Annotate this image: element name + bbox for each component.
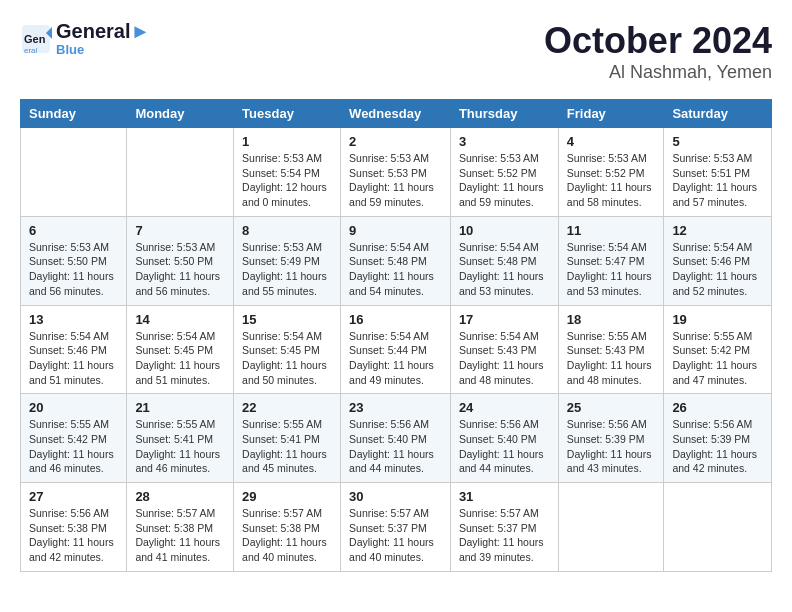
calendar-cell: 27Sunrise: 5:56 AM Sunset: 5:38 PM Dayli… bbox=[21, 483, 127, 572]
day-number: 4 bbox=[567, 134, 656, 149]
calendar-cell: 9Sunrise: 5:54 AM Sunset: 5:48 PM Daylig… bbox=[341, 216, 451, 305]
calendar-cell: 31Sunrise: 5:57 AM Sunset: 5:37 PM Dayli… bbox=[450, 483, 558, 572]
day-number: 30 bbox=[349, 489, 442, 504]
day-number: 9 bbox=[349, 223, 442, 238]
calendar-cell: 20Sunrise: 5:55 AM Sunset: 5:42 PM Dayli… bbox=[21, 394, 127, 483]
column-header-friday: Friday bbox=[558, 100, 664, 128]
calendar-cell bbox=[21, 128, 127, 217]
cell-info: Sunrise: 5:54 AM Sunset: 5:48 PM Dayligh… bbox=[349, 240, 442, 299]
logo-icon: Gen eral bbox=[20, 23, 52, 55]
calendar-header-row: SundayMondayTuesdayWednesdayThursdayFrid… bbox=[21, 100, 772, 128]
cell-info: Sunrise: 5:54 AM Sunset: 5:47 PM Dayligh… bbox=[567, 240, 656, 299]
calendar-week-row: 13Sunrise: 5:54 AM Sunset: 5:46 PM Dayli… bbox=[21, 305, 772, 394]
cell-info: Sunrise: 5:54 AM Sunset: 5:45 PM Dayligh… bbox=[242, 329, 332, 388]
day-number: 22 bbox=[242, 400, 332, 415]
calendar-week-row: 20Sunrise: 5:55 AM Sunset: 5:42 PM Dayli… bbox=[21, 394, 772, 483]
calendar-cell: 17Sunrise: 5:54 AM Sunset: 5:43 PM Dayli… bbox=[450, 305, 558, 394]
svg-text:Gen: Gen bbox=[24, 33, 46, 45]
cell-info: Sunrise: 5:54 AM Sunset: 5:43 PM Dayligh… bbox=[459, 329, 550, 388]
calendar-cell: 21Sunrise: 5:55 AM Sunset: 5:41 PM Dayli… bbox=[127, 394, 234, 483]
logo-subname: Blue bbox=[56, 42, 150, 57]
logo-name: General► bbox=[56, 20, 150, 42]
day-number: 7 bbox=[135, 223, 225, 238]
cell-info: Sunrise: 5:55 AM Sunset: 5:43 PM Dayligh… bbox=[567, 329, 656, 388]
day-number: 19 bbox=[672, 312, 763, 327]
day-number: 2 bbox=[349, 134, 442, 149]
calendar-cell bbox=[127, 128, 234, 217]
title-block: October 2024 Al Nashmah, Yemen bbox=[544, 20, 772, 83]
logo: Gen eral General► Blue bbox=[20, 20, 150, 57]
day-number: 13 bbox=[29, 312, 118, 327]
calendar-cell: 18Sunrise: 5:55 AM Sunset: 5:43 PM Dayli… bbox=[558, 305, 664, 394]
calendar-week-row: 6Sunrise: 5:53 AM Sunset: 5:50 PM Daylig… bbox=[21, 216, 772, 305]
calendar-cell: 10Sunrise: 5:54 AM Sunset: 5:48 PM Dayli… bbox=[450, 216, 558, 305]
cell-info: Sunrise: 5:53 AM Sunset: 5:54 PM Dayligh… bbox=[242, 151, 332, 210]
calendar-cell: 14Sunrise: 5:54 AM Sunset: 5:45 PM Dayli… bbox=[127, 305, 234, 394]
cell-info: Sunrise: 5:54 AM Sunset: 5:48 PM Dayligh… bbox=[459, 240, 550, 299]
cell-info: Sunrise: 5:55 AM Sunset: 5:42 PM Dayligh… bbox=[29, 417, 118, 476]
calendar-week-row: 1Sunrise: 5:53 AM Sunset: 5:54 PM Daylig… bbox=[21, 128, 772, 217]
cell-info: Sunrise: 5:53 AM Sunset: 5:52 PM Dayligh… bbox=[459, 151, 550, 210]
calendar-cell bbox=[664, 483, 772, 572]
day-number: 6 bbox=[29, 223, 118, 238]
calendar-cell: 5Sunrise: 5:53 AM Sunset: 5:51 PM Daylig… bbox=[664, 128, 772, 217]
calendar-cell: 19Sunrise: 5:55 AM Sunset: 5:42 PM Dayli… bbox=[664, 305, 772, 394]
calendar-cell: 26Sunrise: 5:56 AM Sunset: 5:39 PM Dayli… bbox=[664, 394, 772, 483]
day-number: 27 bbox=[29, 489, 118, 504]
day-number: 24 bbox=[459, 400, 550, 415]
day-number: 20 bbox=[29, 400, 118, 415]
cell-info: Sunrise: 5:53 AM Sunset: 5:53 PM Dayligh… bbox=[349, 151, 442, 210]
day-number: 26 bbox=[672, 400, 763, 415]
day-number: 11 bbox=[567, 223, 656, 238]
calendar-cell: 23Sunrise: 5:56 AM Sunset: 5:40 PM Dayli… bbox=[341, 394, 451, 483]
day-number: 1 bbox=[242, 134, 332, 149]
day-number: 3 bbox=[459, 134, 550, 149]
day-number: 15 bbox=[242, 312, 332, 327]
cell-info: Sunrise: 5:56 AM Sunset: 5:39 PM Dayligh… bbox=[567, 417, 656, 476]
calendar-cell: 2Sunrise: 5:53 AM Sunset: 5:53 PM Daylig… bbox=[341, 128, 451, 217]
cell-info: Sunrise: 5:56 AM Sunset: 5:40 PM Dayligh… bbox=[459, 417, 550, 476]
page-header: Gen eral General► Blue October 2024 Al N… bbox=[20, 20, 772, 83]
cell-info: Sunrise: 5:56 AM Sunset: 5:40 PM Dayligh… bbox=[349, 417, 442, 476]
day-number: 17 bbox=[459, 312, 550, 327]
cell-info: Sunrise: 5:57 AM Sunset: 5:38 PM Dayligh… bbox=[242, 506, 332, 565]
calendar-cell: 4Sunrise: 5:53 AM Sunset: 5:52 PM Daylig… bbox=[558, 128, 664, 217]
cell-info: Sunrise: 5:53 AM Sunset: 5:49 PM Dayligh… bbox=[242, 240, 332, 299]
cell-info: Sunrise: 5:55 AM Sunset: 5:41 PM Dayligh… bbox=[242, 417, 332, 476]
day-number: 8 bbox=[242, 223, 332, 238]
calendar-cell: 25Sunrise: 5:56 AM Sunset: 5:39 PM Dayli… bbox=[558, 394, 664, 483]
column-header-thursday: Thursday bbox=[450, 100, 558, 128]
cell-info: Sunrise: 5:54 AM Sunset: 5:46 PM Dayligh… bbox=[672, 240, 763, 299]
cell-info: Sunrise: 5:53 AM Sunset: 5:50 PM Dayligh… bbox=[135, 240, 225, 299]
column-header-saturday: Saturday bbox=[664, 100, 772, 128]
calendar-cell: 6Sunrise: 5:53 AM Sunset: 5:50 PM Daylig… bbox=[21, 216, 127, 305]
calendar-title: October 2024 bbox=[544, 20, 772, 62]
cell-info: Sunrise: 5:57 AM Sunset: 5:37 PM Dayligh… bbox=[349, 506, 442, 565]
calendar-cell: 28Sunrise: 5:57 AM Sunset: 5:38 PM Dayli… bbox=[127, 483, 234, 572]
day-number: 21 bbox=[135, 400, 225, 415]
column-header-tuesday: Tuesday bbox=[234, 100, 341, 128]
cell-info: Sunrise: 5:56 AM Sunset: 5:39 PM Dayligh… bbox=[672, 417, 763, 476]
cell-info: Sunrise: 5:57 AM Sunset: 5:38 PM Dayligh… bbox=[135, 506, 225, 565]
calendar-cell: 7Sunrise: 5:53 AM Sunset: 5:50 PM Daylig… bbox=[127, 216, 234, 305]
column-header-monday: Monday bbox=[127, 100, 234, 128]
calendar-cell: 1Sunrise: 5:53 AM Sunset: 5:54 PM Daylig… bbox=[234, 128, 341, 217]
calendar-cell: 11Sunrise: 5:54 AM Sunset: 5:47 PM Dayli… bbox=[558, 216, 664, 305]
cell-info: Sunrise: 5:54 AM Sunset: 5:44 PM Dayligh… bbox=[349, 329, 442, 388]
day-number: 23 bbox=[349, 400, 442, 415]
cell-info: Sunrise: 5:54 AM Sunset: 5:46 PM Dayligh… bbox=[29, 329, 118, 388]
day-number: 5 bbox=[672, 134, 763, 149]
calendar-cell: 13Sunrise: 5:54 AM Sunset: 5:46 PM Dayli… bbox=[21, 305, 127, 394]
calendar-cell: 3Sunrise: 5:53 AM Sunset: 5:52 PM Daylig… bbox=[450, 128, 558, 217]
calendar-week-row: 27Sunrise: 5:56 AM Sunset: 5:38 PM Dayli… bbox=[21, 483, 772, 572]
calendar-cell: 16Sunrise: 5:54 AM Sunset: 5:44 PM Dayli… bbox=[341, 305, 451, 394]
day-number: 28 bbox=[135, 489, 225, 504]
calendar-cell: 15Sunrise: 5:54 AM Sunset: 5:45 PM Dayli… bbox=[234, 305, 341, 394]
calendar-cell bbox=[558, 483, 664, 572]
day-number: 29 bbox=[242, 489, 332, 504]
cell-info: Sunrise: 5:55 AM Sunset: 5:42 PM Dayligh… bbox=[672, 329, 763, 388]
column-header-sunday: Sunday bbox=[21, 100, 127, 128]
svg-text:eral: eral bbox=[24, 46, 38, 55]
day-number: 12 bbox=[672, 223, 763, 238]
cell-info: Sunrise: 5:53 AM Sunset: 5:50 PM Dayligh… bbox=[29, 240, 118, 299]
